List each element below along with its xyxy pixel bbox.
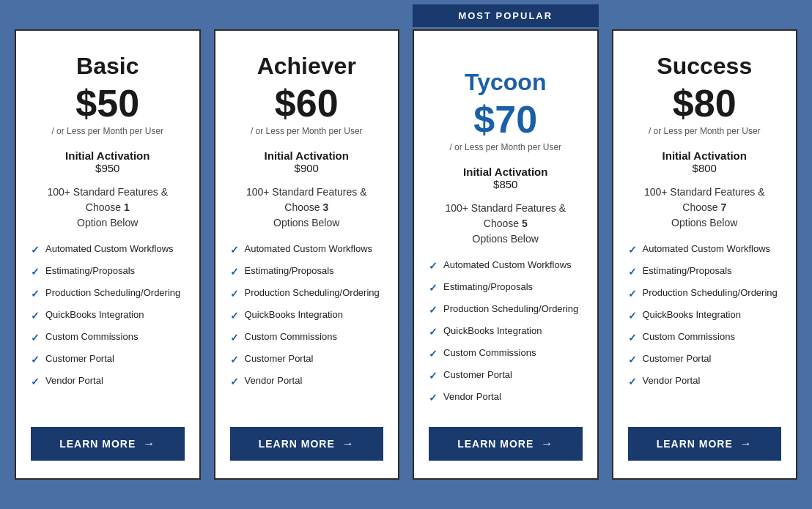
check-icon: ✓ (429, 347, 438, 361)
feature-text: Production Scheduling/Ordering (45, 286, 180, 300)
learn-more-button[interactable]: LEARN MORE → (429, 427, 583, 461)
activation-label: Initial Activation (65, 149, 150, 162)
check-icon: ✓ (31, 265, 40, 279)
feature-text: Vendor Portal (643, 374, 701, 387)
learn-more-label: LEARN MORE (59, 438, 136, 450)
plan-activation: Initial Activation $900 (265, 149, 349, 174)
check-icon: ✓ (31, 375, 40, 389)
pricing-container: Basic $50 / or Less per Month per User I… (15, 29, 797, 479)
check-icon: ✓ (230, 375, 239, 389)
feature-text: Automated Custom Workflows (245, 242, 373, 256)
feature-text: QuickBooks Integration (245, 308, 343, 322)
feature-item: ✓ Production Scheduling/Ordering (429, 302, 583, 317)
check-icon: ✓ (230, 265, 239, 279)
feature-item: ✓ Custom Commissions (628, 330, 782, 345)
check-icon: ✓ (429, 281, 438, 295)
features-header: 100+ Standard Features & Choose 5Options… (429, 201, 583, 247)
learn-more-label: LEARN MORE (657, 438, 733, 450)
check-icon: ✓ (429, 303, 438, 317)
plan-price-sub: / or Less per Month per User (251, 126, 363, 136)
plan-price: $70 (473, 99, 537, 141)
activation-label: Initial Activation (265, 149, 349, 162)
feature-text: Custom Commissions (443, 346, 536, 360)
features-header: 100+ Standard Features & Choose 1Option … (31, 185, 185, 231)
feature-item: ✓ Automated Custom Workflows (628, 242, 782, 257)
check-icon: ✓ (230, 243, 239, 257)
feature-item: ✓ Vendor Portal (31, 374, 185, 389)
activation-price: $800 (662, 162, 747, 174)
check-icon: ✓ (628, 265, 637, 279)
feature-text: Vendor Portal (45, 374, 103, 387)
check-icon: ✓ (230, 353, 239, 367)
feature-item: ✓ Custom Commissions (31, 330, 185, 345)
check-icon: ✓ (230, 309, 239, 323)
plan-name: Tycoon (465, 69, 546, 96)
feature-text: QuickBooks Integration (643, 308, 741, 322)
feature-text: QuickBooks Integration (45, 308, 144, 322)
features-list: ✓ Automated Custom Workflows ✓ Estimatin… (429, 259, 583, 412)
learn-more-button[interactable]: LEARN MORE → (31, 427, 185, 461)
learn-more-label: LEARN MORE (259, 438, 335, 450)
activation-label: Initial Activation (463, 166, 547, 178)
pricing-card-basic: Basic $50 / or Less per Month per User I… (15, 29, 201, 479)
check-icon: ✓ (31, 353, 40, 367)
feature-item: ✓ Estimating/Proposals (628, 264, 782, 279)
feature-item: ✓ Customer Portal (31, 352, 185, 367)
feature-text: Customer Portal (443, 368, 512, 382)
feature-text: Customer Portal (245, 352, 314, 365)
feature-text: Production Scheduling/Ordering (643, 286, 778, 300)
feature-item: ✓ Customer Portal (230, 352, 384, 367)
feature-text: Custom Commissions (45, 330, 138, 343)
features-header: 100+ Standard Features & Choose 3Options… (230, 185, 384, 231)
plan-price: $80 (673, 83, 737, 125)
feature-item: ✓ Automated Custom Workflows (230, 242, 384, 257)
pricing-card-success: Success $80 / or Less per Month per User… (612, 29, 798, 479)
check-icon: ✓ (429, 391, 438, 405)
check-icon: ✓ (429, 369, 438, 383)
feature-item: ✓ Automated Custom Workflows (429, 259, 583, 273)
activation-label: Initial Activation (662, 149, 747, 162)
feature-item: ✓ QuickBooks Integration (230, 308, 384, 323)
feature-text: Customer Portal (45, 352, 114, 365)
check-icon: ✓ (628, 353, 637, 367)
plan-price-sub: / or Less per Month per User (649, 126, 761, 136)
feature-text: QuickBooks Integration (443, 324, 542, 338)
activation-price: $950 (65, 162, 150, 174)
check-icon: ✓ (628, 309, 637, 323)
feature-text: Custom Commissions (245, 330, 337, 343)
feature-item: ✓ QuickBooks Integration (628, 308, 782, 323)
plan-price: $60 (275, 83, 339, 125)
feature-text: Production Scheduling/Ordering (245, 286, 380, 300)
feature-item: ✓ Custom Commissions (429, 346, 583, 361)
feature-text: Vendor Portal (245, 374, 303, 387)
features-list: ✓ Automated Custom Workflows ✓ Estimatin… (31, 242, 185, 395)
plan-name: Success (657, 53, 752, 80)
check-icon: ✓ (31, 331, 40, 345)
pricing-card-achiever: Achiever $60 / or Less per Month per Use… (214, 29, 400, 479)
feature-item: ✓ Vendor Portal (628, 374, 782, 389)
features-list: ✓ Automated Custom Workflows ✓ Estimatin… (628, 242, 782, 395)
learn-more-label: LEARN MORE (457, 438, 534, 450)
feature-item: ✓ Production Scheduling/Ordering (230, 286, 384, 301)
feature-item: ✓ Estimating/Proposals (230, 264, 384, 279)
feature-text: Production Scheduling/Ordering (443, 302, 578, 316)
feature-text: Customer Portal (643, 352, 712, 365)
feature-text: Estimating/Proposals (45, 264, 135, 278)
arrow-icon: → (740, 437, 753, 450)
check-icon: ✓ (230, 331, 239, 345)
feature-text: Automated Custom Workflows (643, 242, 771, 256)
feature-item: ✓ Estimating/Proposals (31, 264, 185, 279)
arrow-icon: → (143, 437, 155, 450)
feature-item: ✓ Production Scheduling/Ordering (628, 286, 782, 301)
feature-text: Custom Commissions (643, 330, 735, 343)
features-list: ✓ Automated Custom Workflows ✓ Estimatin… (230, 242, 384, 395)
learn-more-button[interactable]: LEARN MORE → (230, 427, 384, 461)
learn-more-button[interactable]: LEARN MORE → (628, 427, 782, 461)
feature-item: ✓ Production Scheduling/Ordering (31, 286, 185, 301)
most-popular-banner: MOST POPULAR (413, 4, 599, 27)
plan-price-sub: / or Less per Month per User (51, 126, 163, 136)
plan-price: $50 (75, 83, 139, 125)
feature-item: ✓ Customer Portal (429, 368, 583, 383)
plan-name: Achiever (257, 53, 356, 80)
check-icon: ✓ (628, 331, 637, 345)
